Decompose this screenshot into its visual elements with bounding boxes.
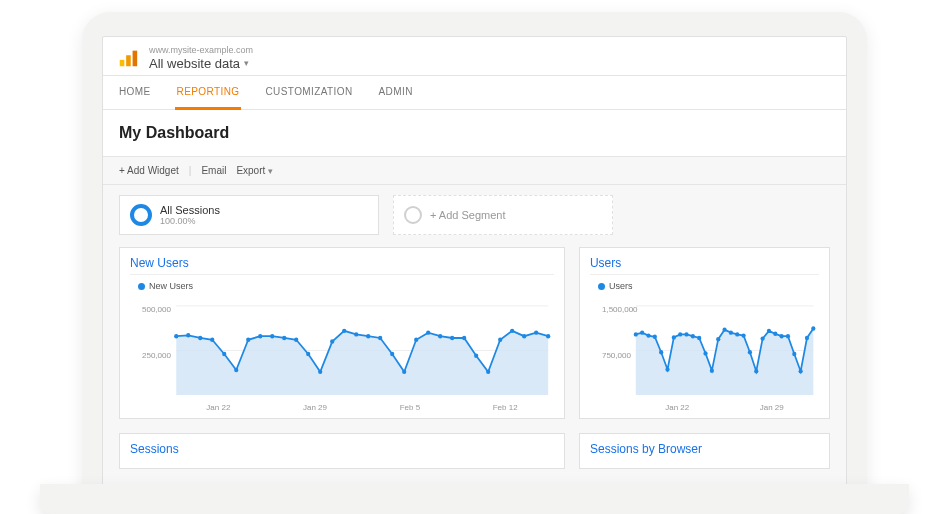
svg-point-31 [486,370,490,374]
card-sessions-by-browser: Sessions by Browser [579,433,830,469]
svg-point-48 [691,334,695,338]
email-button[interactable]: Email [201,165,226,176]
svg-point-47 [684,333,688,337]
card-title: Sessions [130,442,554,460]
chevron-down-icon: ▾ [244,58,249,69]
account-header: www.mysite-example.com All website data … [103,37,846,76]
nav-admin[interactable]: ADMIN [377,76,415,109]
segment-empty-circle-icon [404,206,422,224]
svg-point-11 [246,338,250,342]
segment-percent: 100.00% [160,216,220,226]
svg-point-6 [186,333,190,337]
svg-point-19 [342,329,346,333]
svg-point-23 [390,352,394,356]
nav-home[interactable]: HOME [117,76,153,109]
svg-point-39 [634,333,638,337]
svg-point-13 [270,334,274,338]
svg-rect-0 [120,60,125,66]
view-selector[interactable]: All website data ▾ [149,56,253,72]
xtick: Feb 12 [493,403,518,412]
svg-point-15 [294,338,298,342]
segment-all-sessions[interactable]: All Sessions 100.00% [119,195,379,235]
svg-point-29 [462,336,466,340]
chart-legend: New Users [130,281,554,291]
svg-point-62 [779,334,783,338]
analytics-logo-icon [117,47,139,69]
svg-point-36 [546,334,550,338]
xtick: Jan 22 [206,403,230,412]
svg-rect-1 [126,55,131,66]
chevron-down-icon: ▾ [268,166,273,176]
svg-point-54 [729,331,733,335]
xtick: Feb 5 [400,403,420,412]
svg-point-32 [498,338,502,342]
chart-new-users: 500,000 250,000 [130,291,554,401]
nav-customization[interactable]: CUSTOMIZATION [263,76,354,109]
card-title: Sessions by Browser [590,442,819,460]
svg-point-67 [811,327,815,331]
nav-reporting[interactable]: REPORTING [175,76,242,110]
svg-point-51 [710,369,714,373]
add-widget-button[interactable]: + Add Widget [119,165,179,176]
svg-point-12 [258,334,262,338]
dashboard-content: + Add Widget | Email Export ▾ All Sessio… [103,157,846,511]
export-label: Export [236,165,265,176]
svg-point-21 [366,334,370,338]
add-segment-button[interactable]: + Add Segment [393,195,613,235]
svg-point-53 [722,328,726,332]
svg-point-35 [534,331,538,335]
legend-label: New Users [149,281,193,291]
ytick: 250,000 [142,351,171,360]
xticks: Jan 22 Jan 29 [590,401,819,414]
export-button[interactable]: Export ▾ [236,165,273,176]
page-title: My Dashboard [103,110,846,157]
primary-nav: HOME REPORTING CUSTOMIZATION ADMIN [103,76,846,110]
svg-point-64 [792,352,796,356]
svg-point-65 [798,369,802,373]
svg-point-8 [210,338,214,342]
svg-point-63 [786,334,790,338]
svg-point-46 [678,333,682,337]
svg-point-55 [735,333,739,337]
svg-point-27 [438,334,442,338]
xtick: Jan 22 [665,403,689,412]
chart-legend: Users [590,281,819,291]
card-new-users: New Users New Users 500,000 250,000 Jan … [119,247,565,419]
svg-point-57 [748,350,752,354]
svg-point-25 [414,338,418,342]
svg-point-20 [354,333,358,337]
svg-point-58 [754,369,758,373]
ytick: 500,000 [142,304,171,313]
segment-title: All Sessions [160,204,220,216]
dashboard-toolbar: + Add Widget | Email Export ▾ [103,157,846,185]
segment-circle-icon [130,204,152,226]
svg-point-50 [703,352,707,356]
svg-point-33 [510,329,514,333]
xticks: Jan 22 Jan 29 Feb 5 Feb 12 [130,401,554,414]
svg-point-9 [222,352,226,356]
svg-point-56 [741,334,745,338]
svg-point-26 [426,331,430,335]
ytick: 1,500,000 [602,304,638,313]
svg-point-44 [665,368,669,372]
card-users: Users Users 1,500,000 750,000 Jan 22 Jan… [579,247,830,419]
ytick: 750,000 [602,351,631,360]
svg-point-28 [450,336,454,340]
svg-point-49 [697,336,701,340]
legend-dot-icon [598,283,605,290]
svg-point-16 [306,352,310,356]
card-title: New Users [130,256,554,275]
svg-point-41 [646,334,650,338]
svg-point-52 [716,337,720,341]
site-url: www.mysite-example.com [149,45,253,56]
svg-point-14 [282,336,286,340]
svg-point-18 [330,340,334,344]
svg-rect-2 [133,51,138,67]
svg-point-17 [318,370,322,374]
svg-point-42 [653,335,657,339]
add-segment-label: + Add Segment [430,209,506,221]
svg-point-61 [773,332,777,336]
svg-point-40 [640,331,644,335]
card-title: Users [590,256,819,275]
card-sessions: Sessions [119,433,565,469]
